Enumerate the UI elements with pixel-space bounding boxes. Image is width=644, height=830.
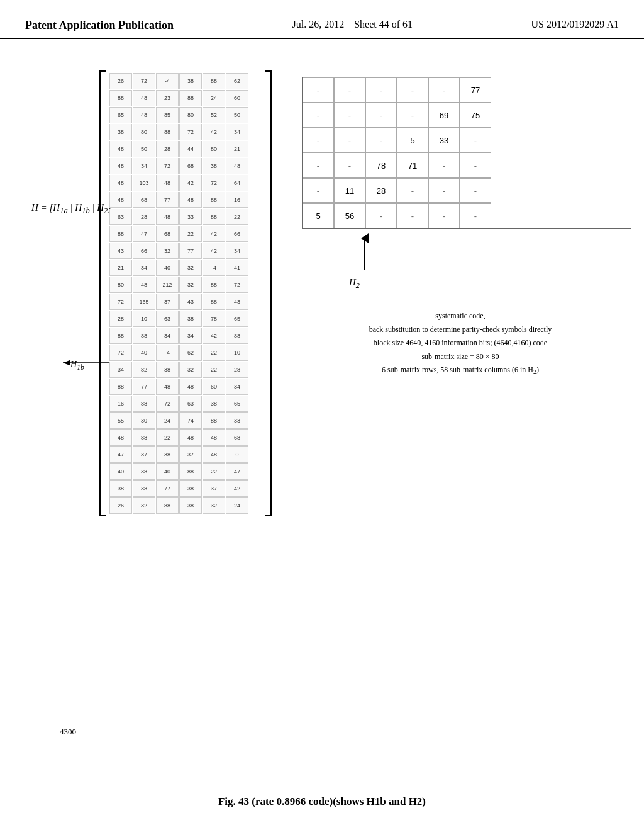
matrix-cell: 48: [203, 429, 225, 446]
small-matrix-cell: -: [303, 178, 334, 203]
matrix-cell: 66: [226, 226, 248, 242]
small-matrix-cell: 71: [397, 153, 428, 178]
matrix-cell: 48: [109, 429, 132, 446]
matrix-cell: 43: [226, 294, 248, 310]
matrix-cell: 32: [179, 260, 202, 276]
matrix-cell: 42: [203, 243, 225, 259]
matrix-cell: 60: [203, 379, 225, 395]
matrix-cell: 32: [133, 497, 155, 514]
caption-line-2: back substitution to determine parity-ch…: [289, 323, 631, 337]
small-matrix-cell: -: [428, 77, 460, 102]
matrix-cell: 48: [133, 90, 155, 106]
matrix-cell: 212: [156, 277, 179, 293]
small-matrix-cell: -: [460, 178, 491, 203]
main-content: H = [H1a | H1b | H2] H1b 4300 2672-43888…: [0, 39, 644, 800]
matrix-cell: 88: [156, 124, 179, 140]
matrix-cell: 22: [203, 362, 225, 378]
matrix-cell: 38: [109, 124, 132, 140]
matrix-cell: 48: [109, 192, 132, 208]
matrix-cell: 22: [156, 429, 179, 446]
small-matrix-cell: 56: [334, 203, 365, 228]
matrix-cell: 88: [203, 412, 225, 429]
small-matrix-cell: 28: [365, 178, 397, 203]
matrix-cell: 68: [179, 158, 202, 174]
small-matrix-cell: -: [460, 153, 491, 178]
matrix-cell: 34: [133, 260, 155, 276]
matrix-cell: 103: [133, 175, 155, 191]
right-section: -----77----6975---533---7871---1128---55…: [283, 64, 631, 787]
matrix-cell: 72: [156, 158, 179, 174]
small-matrix-cell: -: [365, 128, 397, 153]
matrix-cell: 38: [203, 396, 225, 412]
small-matrix-cell: -: [397, 77, 428, 102]
small-matrix-cell: -: [334, 77, 365, 102]
matrix-cell: 34: [226, 379, 248, 395]
small-matrix-cell: 33: [428, 128, 460, 153]
small-matrix-cell: -: [303, 102, 334, 128]
matrix-cell: 22: [226, 209, 248, 225]
matrix-cell: 68: [156, 226, 179, 242]
matrix-cell: 40: [156, 260, 179, 276]
matrix-cell: 80: [179, 107, 202, 123]
matrix-cell: 47: [226, 463, 248, 480]
matrix-cell: -4: [156, 73, 179, 89]
matrix-cell: 34: [179, 328, 202, 344]
small-matrix-cell: -: [460, 203, 491, 228]
main-matrix-container: 2672-43888628848238824606548858052503880…: [107, 70, 264, 516]
h2-arrow-svg: [346, 232, 384, 276]
matrix-cell: 37: [203, 480, 225, 497]
matrix-cell: 48: [133, 107, 155, 123]
publication-date: Jul. 26, 2012: [292, 19, 344, 30]
matrix-cell: 88: [109, 328, 132, 344]
matrix-cell: 72: [109, 345, 132, 361]
matrix-cell: 66: [133, 243, 155, 259]
matrix-cell: 72: [133, 73, 155, 89]
matrix-cell: 63: [109, 209, 132, 225]
left-section: H = [H1a | H1b | H2] H1b 4300 2672-43888…: [25, 64, 264, 787]
matrix-cell: 38: [133, 480, 155, 497]
matrix-cell: 10: [133, 311, 155, 327]
matrix-cell: 32: [156, 243, 179, 259]
small-matrix-cell: -: [428, 178, 460, 203]
matrix-cell: 42: [203, 328, 225, 344]
matrix-cell: 48: [156, 175, 179, 191]
main-matrix-grid: 2672-43888628848238824606548858052503880…: [107, 70, 264, 516]
matrix-cell: 43: [179, 294, 202, 310]
matrix-cell: 43: [109, 243, 132, 259]
matrix-cell: 38: [133, 463, 155, 480]
matrix-cell: 0: [226, 446, 248, 463]
small-matrix-cell: -: [303, 153, 334, 178]
header-center: Jul. 26, 2012 Sheet 44 of 61: [292, 19, 413, 30]
matrix-cell: 85: [156, 107, 179, 123]
matrix-cell: 52: [203, 107, 225, 123]
matrix-cell: 48: [203, 446, 225, 463]
matrix-cell: 28: [133, 209, 155, 225]
matrix-cell: 28: [226, 362, 248, 378]
matrix-cell: 48: [179, 379, 202, 395]
matrix-cell: 30: [133, 412, 155, 429]
matrix-cell: 34: [226, 124, 248, 140]
small-matrix-cell: 75: [460, 102, 491, 128]
small-matrix-cell: 78: [365, 153, 397, 178]
matrix-cell: 88: [179, 463, 202, 480]
bracket-right: [265, 70, 272, 516]
matrix-cell: 34: [226, 243, 248, 259]
matrix-cell: 62: [179, 345, 202, 361]
small-matrix-cell: -: [303, 128, 334, 153]
matrix-cell: 23: [156, 90, 179, 106]
matrix-cell: 48: [226, 158, 248, 174]
matrix-cell: 63: [156, 311, 179, 327]
matrix-cell: 80: [133, 124, 155, 140]
small-matrix-cell: -: [460, 128, 491, 153]
matrix-cell: 80: [109, 277, 132, 293]
small-matrix-cell: -: [397, 102, 428, 128]
matrix-cell: 72: [156, 396, 179, 412]
small-matrix-cell: -: [303, 77, 334, 102]
matrix-cell: 38: [179, 480, 202, 497]
matrix-cell: 50: [133, 141, 155, 157]
ref-number: 4300: [60, 727, 76, 737]
matrix-cell: 38: [179, 497, 202, 514]
matrix-cell: 34: [156, 328, 179, 344]
matrix-cell: 48: [133, 277, 155, 293]
patent-title: Patent Application Publication: [25, 19, 174, 32]
